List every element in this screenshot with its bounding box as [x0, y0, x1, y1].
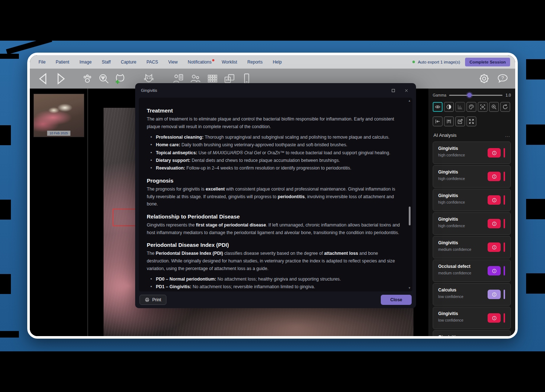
ai-finding-info-button[interactable]	[488, 313, 501, 323]
ai-finding-color-bar	[504, 148, 505, 158]
gamma-value: 1.0	[505, 93, 511, 97]
auto-export-status-dot	[412, 61, 415, 63]
print-button[interactable]: Print	[140, 295, 166, 305]
complete-session-button[interactable]: Complete Session	[465, 58, 510, 66]
menu-item-notifications[interactable]: Notifications	[183, 60, 217, 65]
image-thumbnail[interactable]: 10 Feb 2025	[33, 94, 84, 137]
text-segment: periodontitis	[278, 194, 304, 199]
flip-vertical-icon	[446, 118, 452, 124]
text-segment: Home care:	[156, 142, 180, 147]
ai-finding-info-button[interactable]	[488, 148, 501, 158]
text-segment: or	[261, 150, 267, 155]
windowing-icon	[435, 104, 441, 110]
ai-finding-card[interactable]: Gingivitishigh confidence	[433, 142, 511, 164]
help-icon[interactable]: ?	[497, 73, 509, 85]
detect-tool-button[interactable]	[478, 102, 488, 112]
menu-item-help[interactable]: Help	[268, 60, 287, 65]
ai-finding-info-button[interactable]	[488, 172, 501, 181]
ai-finding-card[interactable]: Gingivitislow confidence	[433, 330, 511, 336]
annotate-tool-button[interactable]	[455, 117, 465, 126]
section-heading: Relationship to Periodontal Disease	[147, 213, 401, 220]
text-segment: attachment loss	[324, 251, 358, 256]
bullet-text: PD1 – Gingivitis: No attachment loss; re…	[156, 283, 315, 291]
ai-finding-card[interactable]: Calculuslow confidence	[433, 283, 511, 306]
text-segment: Use of	[197, 150, 213, 155]
menu-item-image[interactable]: Image	[74, 60, 97, 65]
scroll-up-arrow[interactable]: ▲	[408, 99, 411, 102]
text-segment: Reevaluation:	[156, 166, 185, 171]
menu-item-view[interactable]: View	[163, 60, 183, 65]
bullet-item: •Professional cleaning: Thorough supragi…	[147, 134, 401, 141]
text-segment: Dietary support:	[156, 158, 190, 163]
rotate-tool-button[interactable]	[500, 102, 510, 112]
bullet-text: Reevaluation: Follow-up in 2–4 weeks to …	[156, 164, 351, 172]
background-mark	[0, 274, 11, 294]
ai-finding-color-bar	[504, 290, 505, 299]
ai-finding-color-bar	[504, 195, 505, 205]
add-patient-icon[interactable]	[114, 73, 126, 85]
text-segment: PD1 – Gingivitis:	[156, 284, 191, 289]
ai-finding-card[interactable]: Gingivitishigh confidence	[433, 212, 511, 235]
modal-content[interactable]: ▲ ▼ TreatmentThe aim of treatment is to …	[139, 98, 412, 291]
background-mark	[526, 273, 545, 294]
bullet-text: Topical antiseptics: Use of MAXIGUARD® O…	[156, 149, 390, 157]
text-segment: The	[147, 251, 156, 256]
palette-tool-button[interactable]	[467, 102, 476, 112]
ai-finding-info-button[interactable]	[488, 219, 501, 228]
close-button[interactable]: Close	[381, 295, 412, 305]
background-mark	[0, 331, 19, 338]
bullet-marker: •	[150, 283, 156, 291]
maximize-button[interactable]	[389, 87, 397, 94]
background-mark	[526, 199, 545, 219]
ai-analysis-menu-button[interactable]: ...	[505, 132, 510, 138]
collapse-left-tool-button[interactable]	[433, 117, 443, 126]
scrollbar-thumb[interactable]	[409, 207, 411, 225]
modal-footer: Print Close	[135, 291, 416, 308]
bullet-marker: •	[150, 149, 156, 157]
scroll-down-arrow[interactable]: ▼	[408, 287, 411, 290]
close-icon[interactable]	[402, 87, 410, 94]
back-icon[interactable]	[36, 72, 50, 86]
ai-finding-info-button[interactable]	[488, 242, 501, 252]
histogram-tool-button[interactable]	[455, 102, 465, 112]
contrast-icon	[446, 104, 452, 110]
menu-item-worklist[interactable]: Worklist	[217, 60, 242, 65]
ai-finding-card[interactable]: Gingivitishigh confidence	[433, 189, 511, 211]
ai-finding-color-bar	[504, 266, 505, 275]
menu-item-file[interactable]: File	[33, 60, 51, 65]
tool-row-2	[433, 117, 511, 126]
ai-finding-card[interactable]: Gingivitismedium confidence	[433, 236, 511, 258]
text-segment: No attachment loss; reversible inflammat…	[191, 284, 315, 289]
ai-finding-card[interactable]: Occlusal defectmedium confidence	[433, 260, 511, 282]
ai-finding-info-button[interactable]	[488, 290, 501, 299]
contrast-tool-button[interactable]	[444, 102, 454, 112]
ai-finding-card[interactable]: Gingivitislow confidence	[433, 307, 511, 329]
fullscreen-tool-button[interactable]	[467, 117, 476, 126]
gamma-slider-row: Gamma 1.0	[433, 93, 511, 97]
rotate-icon	[502, 104, 508, 110]
paw-icon[interactable]	[81, 73, 93, 85]
bullet-marker: •	[150, 134, 156, 141]
flip-vertical-tool-button[interactable]	[444, 117, 454, 126]
forward-icon[interactable]	[54, 72, 68, 86]
bullet-text: Professional cleaning: Thorough supragin…	[156, 134, 389, 141]
text-segment: Topical antiseptics:	[156, 150, 197, 155]
gamma-slider-thumb[interactable]	[467, 93, 472, 98]
search-icon[interactable]	[98, 73, 110, 85]
gamma-slider[interactable]	[449, 95, 502, 96]
ai-finding-info-button[interactable]	[488, 195, 501, 205]
ai-finding-card[interactable]: Gingivitishigh confidence	[433, 165, 511, 188]
zoom-in-tool-button[interactable]	[489, 102, 499, 112]
menu-item-pacs[interactable]: PACS	[141, 60, 163, 65]
ai-card-list: Gingivitishigh confidenceGingivitishigh …	[433, 142, 511, 336]
menu-bar: FilePatientImageStaffCapturePACSViewNoti…	[30, 55, 515, 69]
ai-finding-info-button[interactable]	[488, 266, 501, 275]
filmstrip-panel: 10 Feb 2025	[30, 89, 88, 336]
windowing-tool-button[interactable]	[433, 102, 443, 112]
menu-item-capture[interactable]: Capture	[116, 60, 142, 65]
menu-item-reports[interactable]: Reports	[242, 60, 268, 65]
menu-item-patient[interactable]: Patient	[51, 60, 74, 65]
print-button-label: Print	[152, 297, 161, 302]
settings-icon[interactable]	[478, 73, 490, 85]
menu-item-staff[interactable]: Staff	[97, 60, 116, 65]
